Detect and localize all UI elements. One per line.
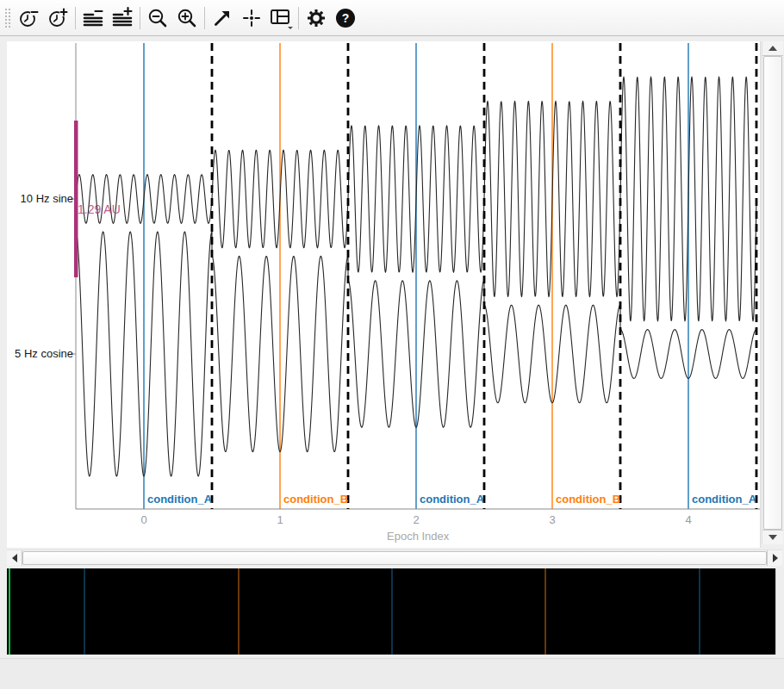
toolbar-separator <box>140 7 140 29</box>
down-arrow-icon <box>768 535 777 540</box>
toolbar-separator <box>298 7 299 29</box>
overview-bar[interactable] <box>7 568 776 655</box>
x-tick-label: 4 <box>671 513 706 526</box>
scroll-up-button[interactable] <box>762 41 783 56</box>
x-tick-label: 1 <box>263 513 297 526</box>
epochs-plot-canvas <box>7 41 760 548</box>
overview-event-line <box>699 568 700 655</box>
decrease-time-window-button[interactable] <box>14 3 43 33</box>
condition-label: condition_B <box>556 493 620 506</box>
layout-table-dropdown-icon <box>268 5 294 31</box>
condition-label: condition_B <box>283 493 348 506</box>
epochs-browser-window: ? 10 Hz sine 5 Hz cosine 1.29 AU Epoch I… <box>0 0 784 689</box>
amplitude-scalebar[interactable] <box>74 121 78 277</box>
horizontal-scrollbar-thumb[interactable] <box>22 551 767 565</box>
overview-event-line <box>391 568 393 655</box>
plot-area[interactable]: 10 Hz sine 5 Hz cosine 1.29 AU Epoch Ind… <box>7 41 761 548</box>
help-button[interactable]: ? <box>331 3 360 33</box>
condition-label: condition_A <box>147 493 212 506</box>
channel-label-10hz-sine[interactable]: 10 Hz sine <box>7 192 73 206</box>
vertical-scrollbar[interactable] <box>762 41 783 544</box>
horizontal-scrollbar[interactable] <box>7 549 782 566</box>
increase-channels-button[interactable] <box>108 3 137 33</box>
magnifier-plus-icon <box>175 6 199 30</box>
x-tick-label: 2 <box>399 513 433 526</box>
zoom-in-button[interactable] <box>172 3 202 33</box>
overview-event-line <box>544 568 546 655</box>
overview-event-line <box>238 568 240 655</box>
settings-gear-icon <box>304 6 328 30</box>
condition-label: condition_A <box>692 493 756 506</box>
overview-view-edge-line <box>9 568 10 655</box>
condition-label: condition_A <box>420 493 484 506</box>
zoom-out-button[interactable] <box>143 3 172 33</box>
scalebar-value-label: 1.29 AU <box>78 202 121 216</box>
clock-plus-icon <box>46 6 70 30</box>
vertical-scrollbar-thumb[interactable] <box>763 56 782 530</box>
crosshair-dot-icon <box>240 6 264 30</box>
scroll-left-button[interactable] <box>7 550 22 566</box>
channel-label-5hz-cosine[interactable]: 5 Hz cosine <box>7 347 73 361</box>
settings-button[interactable] <box>302 3 331 33</box>
x-axis-label: Epoch Index <box>387 530 449 543</box>
status-bar <box>0 658 784 689</box>
right-arrow-icon <box>773 554 778 562</box>
help-question-icon: ? <box>333 6 358 30</box>
toolbar: ? <box>0 0 784 36</box>
clock-minus-icon <box>16 6 40 30</box>
northeast-arrow-icon <box>210 6 234 30</box>
toolbar-separator <box>75 7 76 29</box>
magnifier-minus-icon <box>146 6 170 30</box>
scroll-down-button[interactable] <box>762 530 783 544</box>
channels-plus-icon <box>110 6 134 30</box>
x-tick-label: 0 <box>127 513 161 526</box>
increase-time-window-button[interactable] <box>43 3 72 33</box>
toolbar-drag-handle[interactable] <box>3 7 10 29</box>
toolbar-separator <box>204 7 205 29</box>
pointer-arrow-button[interactable] <box>208 3 237 33</box>
help-glyph: ? <box>342 11 350 25</box>
channels-minus-icon <box>81 6 105 30</box>
decrease-channels-button[interactable] <box>78 3 108 33</box>
x-tick-label: 3 <box>535 513 569 526</box>
crosshair-button[interactable] <box>237 3 266 33</box>
scroll-right-button[interactable] <box>767 550 782 566</box>
view-layout-button[interactable] <box>266 3 296 33</box>
up-arrow-icon <box>768 46 777 51</box>
left-arrow-icon <box>12 554 17 562</box>
overview-event-line <box>84 568 85 655</box>
